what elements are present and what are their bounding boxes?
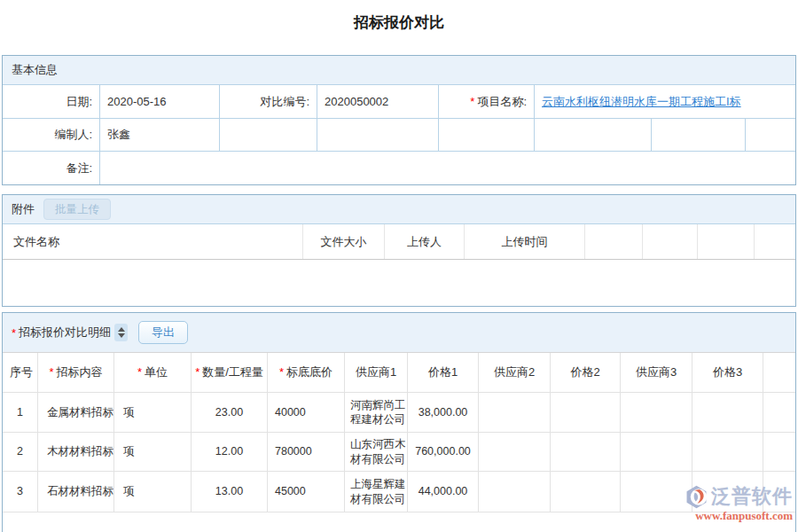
- cell-unit: 项: [114, 472, 192, 512]
- cell-price3: [692, 393, 763, 432]
- batch-upload-button[interactable]: 批量上传: [43, 199, 111, 220]
- cell-supplier1: 上海星辉建材有限公司: [345, 472, 408, 512]
- detail-table-row: 1 金属材料招标 项 23.00 40000 河南辉尚工程建材公司 38,000…: [3, 393, 795, 433]
- column-header-uploader: 上传人: [385, 224, 465, 259]
- project-name-label: * 项目名称:: [439, 85, 535, 119]
- cell-quantity: 12.00: [192, 433, 268, 471]
- fanpu-logo-icon: [685, 485, 708, 509]
- compare-no-value: 2020050002: [317, 85, 439, 119]
- cell-unit: 项: [114, 393, 192, 432]
- detail-table-row: 3 石材材料招标 项 13.00 45000 上海星辉建材有限公司 44,000…: [3, 472, 795, 512]
- basic-info-title: 基本信息: [12, 62, 58, 78]
- column-header-price2: 价格2: [551, 353, 621, 392]
- basic-info-row-1: 日期: 2020-05-16 对比编号: 2020050002 * 项目名称: …: [3, 85, 795, 119]
- empty-cell: [652, 119, 746, 152]
- column-header-empty: [755, 224, 795, 259]
- project-name-link[interactable]: 云南水利枢纽潜明水库一期工程施工I标: [542, 94, 741, 110]
- compare-no-label: 对比编号:: [220, 85, 317, 119]
- quote-compare-detail-section: * 招标报价对比明细 导出 序号 *招标内容 *单位 *数量/工程量 *标底底价…: [2, 312, 796, 532]
- cell-unit: 项: [114, 433, 192, 471]
- cell-price1: 44,000.00: [408, 472, 479, 512]
- cell-price2: [551, 393, 621, 432]
- empty-cell: [439, 119, 535, 152]
- required-asterisk: *: [470, 95, 474, 108]
- project-name-cell: 云南水利枢纽潜明水库一期工程施工I标: [535, 85, 795, 119]
- date-label: 日期:: [3, 85, 100, 119]
- column-header-bid-content: *招标内容: [38, 353, 114, 392]
- attachments-empty-body: [3, 260, 795, 306]
- empty-cell: [317, 119, 439, 152]
- detail-table-header: 序号 *招标内容 *单位 *数量/工程量 *标底底价 供应商1 价格1 供应商2…: [3, 353, 795, 393]
- page-title: 招标报价对比: [0, 12, 798, 33]
- cell-empty: [763, 433, 795, 471]
- cell-seq: 2: [3, 433, 38, 471]
- detail-section-title: 招标报价对比明细: [19, 325, 111, 340]
- brand-text: 泛普软件: [711, 483, 793, 510]
- empty-cell: [535, 119, 652, 152]
- cell-supplier3: [621, 472, 692, 512]
- author-value: 张鑫: [100, 119, 220, 152]
- cell-seq: 1: [3, 393, 38, 432]
- basic-info-row-3: 备注:: [3, 152, 795, 184]
- remark-label: 备注:: [3, 152, 100, 184]
- empty-cell: [746, 119, 795, 152]
- column-header-file-size: 文件大小: [303, 224, 385, 259]
- cell-base-price: 780000: [268, 433, 345, 471]
- column-header-unit: *单位: [114, 353, 192, 392]
- column-header-empty: [698, 224, 755, 259]
- column-header-empty: [585, 224, 643, 259]
- basic-info-section-header: 基本信息: [3, 56, 795, 85]
- cell-price1: 760,000.00: [408, 433, 479, 471]
- cell-supplier2: [479, 472, 551, 512]
- fanpu-watermark: 泛普软件 www.fanpusoft.com: [685, 483, 793, 523]
- cell-quantity: 13.00: [192, 472, 268, 512]
- cell-base-price: 45000: [268, 472, 345, 512]
- column-header-base-price: *标底底价: [268, 353, 345, 392]
- column-header-empty: [643, 224, 698, 259]
- cell-price1: 38,000.00: [408, 393, 479, 432]
- required-asterisk: *: [12, 326, 16, 340]
- cell-bid-content: 金属材料招标: [38, 393, 114, 432]
- column-header-upload-time: 上传时间: [465, 224, 585, 259]
- cell-bid-content: 木材材料招标: [38, 433, 114, 471]
- empty-cell: [220, 119, 317, 152]
- cell-supplier1: 河南辉尚工程建材公司: [345, 393, 408, 432]
- export-button[interactable]: 导出: [138, 321, 188, 344]
- column-header-supplier1: 供应商1: [345, 353, 408, 392]
- author-label: 编制人:: [3, 119, 100, 152]
- column-header-supplier3: 供应商3: [621, 353, 692, 392]
- column-header-price1: 价格1: [408, 353, 479, 392]
- cell-supplier2: [479, 393, 551, 432]
- attachments-title: 附件: [12, 201, 35, 217]
- column-header-quantity: *数量/工程量: [192, 353, 268, 392]
- sort-spinner-icon[interactable]: [114, 324, 128, 341]
- brand-url: www.fanpusoft.com: [685, 509, 793, 523]
- basic-info-section: 基本信息 日期: 2020-05-16 对比编号: 2020050002 * 项…: [2, 55, 796, 185]
- cell-supplier2: [479, 433, 551, 471]
- cell-supplier3: [621, 433, 692, 471]
- cell-quantity: 23.00: [192, 393, 268, 432]
- attachments-table-header: 文件名称 文件大小 上传人 上传时间: [3, 224, 795, 260]
- column-header-price3: 价格3: [692, 353, 763, 392]
- remark-value: [100, 152, 795, 184]
- date-value: 2020-05-16: [100, 85, 220, 119]
- cell-supplier1: 山东河西木材有限公司: [345, 433, 408, 471]
- attachments-section: 附件 批量上传 文件名称 文件大小 上传人 上传时间: [2, 194, 796, 307]
- column-header-empty: [763, 353, 795, 392]
- detail-section-header: * 招标报价对比明细 导出: [3, 313, 795, 353]
- attachments-section-header: 附件 批量上传: [3, 195, 795, 224]
- cell-price2: [551, 472, 621, 512]
- column-header-file-name: 文件名称: [3, 224, 303, 259]
- cell-bid-content: 石材材料招标: [38, 472, 114, 512]
- cell-price3: [692, 433, 763, 471]
- basic-info-row-2: 编制人: 张鑫: [3, 119, 795, 152]
- column-header-supplier2: 供应商2: [479, 353, 551, 392]
- cell-supplier3: [621, 393, 692, 432]
- detail-table-row: 2 木材材料招标 项 12.00 780000 山东河西木材有限公司 760,0…: [3, 433, 795, 472]
- cell-empty: [763, 393, 795, 432]
- cell-price2: [551, 433, 621, 471]
- column-header-seq: 序号: [3, 353, 38, 392]
- cell-base-price: 40000: [268, 393, 345, 432]
- cell-seq: 3: [3, 472, 38, 512]
